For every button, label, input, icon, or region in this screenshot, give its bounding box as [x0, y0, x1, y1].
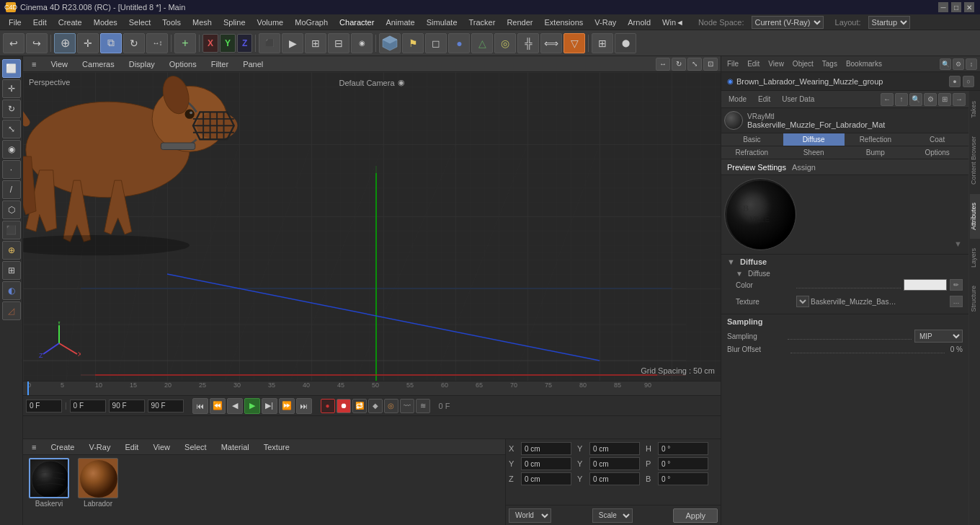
layout-dropdown[interactable]: Startup: [868, 16, 910, 29]
select-tool-button[interactable]: ✛: [77, 33, 99, 53]
render-button[interactable]: ▶: [282, 33, 303, 53]
sculpt-icon[interactable]: ◿: [2, 301, 21, 320]
texture-mode-dropdown[interactable]: ▼: [796, 296, 809, 307]
viewport-rot-icon[interactable]: ↻: [672, 58, 686, 71]
goto-start-button[interactable]: ⏮: [192, 398, 208, 414]
view-top[interactable]: [379, 33, 401, 53]
texture-mode-icon[interactable]: ⬛: [2, 221, 21, 239]
play-button[interactable]: ▶: [244, 398, 260, 414]
right-file-btn[interactable]: File: [724, 59, 741, 69]
menu-extensions[interactable]: Extensions: [538, 17, 589, 28]
h-input[interactable]: [658, 442, 708, 455]
menu-edit[interactable]: Edit: [27, 17, 53, 28]
render-region-button[interactable]: ⊞: [305, 33, 326, 53]
loop-icon[interactable]: 🔁: [352, 399, 367, 413]
mat-view-btn[interactable]: View: [147, 442, 176, 452]
display-mode-button[interactable]: ◉: [351, 33, 373, 53]
step-forward-button[interactable]: ▶|: [262, 398, 277, 414]
y-axis-button[interactable]: Y: [220, 34, 236, 53]
vtab-layers[interactable]: Layers: [970, 239, 980, 276]
poly-mode-icon[interactable]: ⬡: [2, 200, 21, 219]
stretch-button[interactable]: ⟺: [540, 33, 562, 53]
world-space-dropdown[interactable]: World Object: [509, 508, 551, 523]
render-active-button[interactable]: ⊟: [328, 33, 349, 53]
menu-file[interactable]: File: [3, 17, 27, 28]
node-space-dropdown[interactable]: Current (V-Ray): [752, 16, 824, 29]
menu-tools[interactable]: Tools: [156, 17, 187, 28]
right-edit-btn[interactable]: Edit: [744, 59, 762, 69]
window-controls[interactable]: ─ □ ✕: [938, 2, 974, 12]
mat-material-btn[interactable]: Material: [215, 442, 255, 452]
vtab-content-browser[interactable]: Content Browser: [970, 128, 980, 193]
viewport-fit-icon[interactable]: ⊡: [703, 58, 718, 71]
record-icon[interactable]: ⏺: [337, 399, 351, 413]
tab-coat[interactable]: Coat: [906, 133, 968, 146]
menu-mesh[interactable]: Mesh: [187, 17, 218, 28]
current-frame-input[interactable]: [26, 400, 62, 412]
menu-animate[interactable]: Animate: [380, 17, 420, 28]
attr-up-btn[interactable]: ↑: [895, 93, 908, 106]
menu-simulate[interactable]: Simulate: [421, 17, 463, 28]
point-mode-icon[interactable]: ·: [2, 160, 21, 179]
object-mode-button[interactable]: ⬛: [259, 33, 280, 53]
menu-vray[interactable]: V-Ray: [589, 17, 622, 28]
viewport-menu-icon[interactable]: ≡: [26, 59, 42, 69]
material-item-labrador[interactable]: Labrador: [75, 458, 121, 522]
diffuse-sub-collapse-icon[interactable]: ▼: [736, 270, 743, 278]
mat-edit-btn[interactable]: Edit: [119, 442, 144, 452]
object-mode-icon[interactable]: ◉: [2, 140, 21, 159]
b-input[interactable]: [658, 472, 708, 485]
diffuse-collapse-icon[interactable]: ▼: [727, 257, 735, 266]
rot-y-input[interactable]: [589, 442, 640, 455]
deformer-button[interactable]: ▽: [564, 33, 585, 53]
menu-select[interactable]: Select: [123, 17, 157, 28]
menu-win[interactable]: Win◄: [656, 17, 690, 28]
cone-button[interactable]: △: [471, 33, 493, 53]
edge-mode-icon[interactable]: /: [2, 180, 21, 199]
right-object-btn[interactable]: Object: [790, 59, 816, 69]
viewport-filter-btn[interactable]: Filter: [205, 59, 234, 69]
3d-viewport[interactable]: Perspective Default Camera ◉ X Y Z Grid …: [23, 72, 721, 381]
viewport-view-btn[interactable]: View: [45, 59, 74, 69]
onion-skin-icon[interactable]: ◎: [384, 399, 398, 413]
scale-mode-dropdown[interactable]: Scale Size: [592, 508, 633, 523]
pos-x-input[interactable]: [521, 442, 571, 455]
mat-select-btn[interactable]: Select: [179, 442, 213, 452]
sampling-dropdown[interactable]: MIP None Summed: [914, 330, 963, 343]
viewport-scale-icon[interactable]: ⤡: [687, 58, 702, 71]
torus-button[interactable]: ◎: [494, 33, 516, 53]
apply-button[interactable]: Apply: [673, 508, 718, 523]
menu-arnold[interactable]: Arnold: [622, 17, 656, 28]
menu-create[interactable]: Create: [53, 17, 88, 28]
attr-more-btn[interactable]: ⊞: [938, 93, 951, 106]
auto-keyframe-icon[interactable]: ●: [321, 399, 335, 413]
right-view-btn[interactable]: View: [765, 59, 787, 69]
cube-button[interactable]: ◻: [425, 33, 447, 53]
color-edit-btn[interactable]: ✏: [950, 279, 963, 291]
material-item-baskerville[interactable]: Baskervi: [26, 458, 72, 522]
menu-render[interactable]: Render: [501, 17, 538, 28]
start-frame-input[interactable]: [70, 400, 106, 412]
add-button[interactable]: +: [174, 33, 196, 53]
viewport-display-btn[interactable]: Display: [123, 59, 161, 69]
menu-modes[interactable]: Modes: [88, 17, 123, 28]
move-tool-button[interactable]: ⊕: [54, 33, 76, 53]
mat-texture-btn[interactable]: Texture: [258, 442, 295, 452]
camera-settings-icon[interactable]: ◉: [398, 78, 405, 87]
rot-b-input[interactable]: [589, 472, 640, 485]
attr-edit-btn[interactable]: Edit: [754, 94, 775, 104]
tab-sheen[interactable]: Sheen: [783, 146, 845, 159]
right-search-icon[interactable]: 🔍: [940, 58, 951, 70]
motion-icon[interactable]: ≋: [416, 399, 430, 413]
transform-button[interactable]: ⧉: [100, 33, 122, 53]
vtab-structure[interactable]: Structure: [970, 277, 980, 321]
close-button[interactable]: ✕: [964, 2, 974, 12]
attr-userdata-btn[interactable]: User Data: [778, 94, 819, 104]
preview-settings-btn[interactable]: Preview Settings: [727, 163, 786, 172]
curves-icon[interactable]: 〰: [400, 399, 414, 413]
grid-button[interactable]: ⊞: [592, 33, 613, 53]
tab-reflection[interactable]: Reflection: [845, 133, 907, 146]
viewport-panel-btn[interactable]: Panel: [237, 59, 269, 69]
attr-mode-btn[interactable]: Mode: [724, 94, 751, 104]
attr-filter-btn[interactable]: ⚙: [924, 93, 937, 106]
